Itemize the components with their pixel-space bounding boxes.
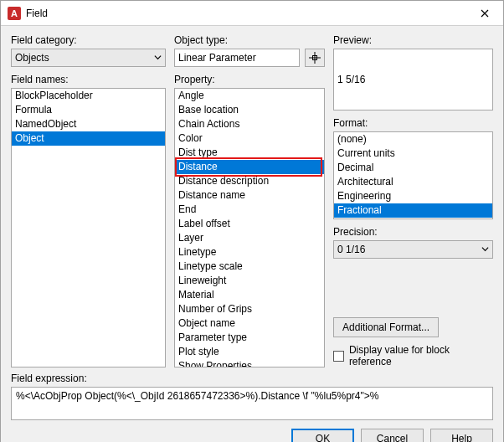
precision-label: Precision: [333,226,493,238]
preview-field: 1 5/16 [333,49,493,110]
list-item[interactable]: Current units [334,146,492,161]
list-item[interactable]: BlockPlaceholder [12,89,165,103]
property-label: Property: [174,74,325,85]
chevron-down-icon [154,52,162,64]
help-button[interactable]: Help [430,429,493,442]
list-item[interactable]: Lineweight [175,274,324,288]
pick-object-button[interactable] [305,49,325,67]
list-item[interactable]: Number of Grips [175,302,324,316]
preview-label: Preview: [333,34,493,46]
list-item[interactable]: Chain Actions [175,117,324,131]
list-item[interactable]: (none) [334,132,492,146]
field-category-value: Objects [15,52,49,64]
list-item[interactable]: Decimal [334,161,492,175]
object-type-label: Object type: [174,34,325,46]
additional-format-button[interactable]: Additional Format... [333,317,439,337]
format-label: Format: [333,117,493,129]
field-expression-box: %<\AcObjProp Object(%<\_ObjId 2618657472… [11,387,493,420]
list-item[interactable]: End [175,203,324,217]
object-type-value: Linear Parameter [178,52,256,64]
object-type-field[interactable]: Linear Parameter [174,49,300,67]
list-item[interactable]: Scientific [334,218,492,219]
display-value-label: Display value for block reference [349,344,493,367]
list-item[interactable]: Material [175,288,324,302]
list-item[interactable]: NamedObject [12,117,165,131]
list-item[interactable]: Distance name [175,188,324,203]
list-item[interactable]: Formula [12,103,165,117]
list-item[interactable]: Base location [175,103,324,117]
list-item[interactable]: Layer [175,231,324,245]
list-item[interactable]: Parameter type [175,331,324,345]
ok-button[interactable]: OK [291,429,354,442]
field-category-label: Field category: [11,34,166,46]
field-names-listbox[interactable]: BlockPlaceholderFormulaNamedObjectObject [11,88,166,367]
display-value-checkbox[interactable] [333,351,344,362]
window-title: Field [26,8,465,19]
field-expression-value: %<\AcObjProp Object(%<\_ObjId 2618657472… [16,390,378,402]
titlebar: A Field [1,1,503,26]
list-item[interactable]: Architectural [334,175,492,189]
list-item[interactable]: Plot style [175,345,324,359]
format-listbox[interactable]: (none)Current unitsDecimalArchitecturalE… [333,131,493,219]
preview-value: 1 5/16 [337,74,365,85]
list-item[interactable]: Object name [175,316,324,331]
list-item[interactable]: Fractional [334,203,492,218]
list-item[interactable]: Label offset [175,217,324,231]
list-item[interactable]: Linetype [175,245,324,260]
field-names-label: Field names: [11,74,166,85]
precision-value: 0 1/16 [337,244,365,255]
list-item[interactable]: Angle [175,89,324,103]
crosshair-icon [309,52,321,64]
list-item[interactable]: Distance description [175,174,324,188]
list-item[interactable]: Engineering [334,189,492,203]
list-item[interactable]: Color [175,131,324,146]
list-item[interactable]: Linetype scale [175,260,324,274]
close-icon [481,9,489,18]
field-category-combo[interactable]: Objects [11,49,166,67]
chevron-down-icon [481,244,489,255]
list-item[interactable]: Dist type [175,146,324,160]
list-item[interactable]: Object [12,131,165,146]
precision-combo[interactable]: 0 1/16 [333,240,493,259]
app-icon: A [8,7,21,20]
list-item[interactable]: Distance [175,160,324,174]
list-item[interactable]: Show Properties [175,359,324,367]
field-expression-label: Field expression: [11,373,493,384]
property-listbox[interactable]: AngleBase locationChain ActionsColorDist… [174,88,325,367]
close-button[interactable] [465,1,503,25]
cancel-button[interactable]: Cancel [361,429,424,442]
